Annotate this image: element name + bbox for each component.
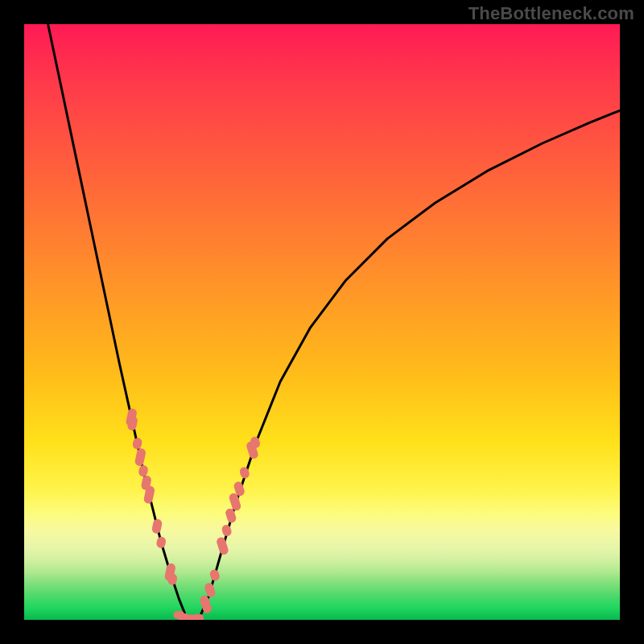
bead-marker xyxy=(134,448,147,467)
outer-frame: TheBottleneck.com xyxy=(0,0,644,644)
plot-area xyxy=(24,24,620,620)
bead-marker xyxy=(151,518,163,535)
bead-marker xyxy=(221,524,233,538)
marker-layer xyxy=(126,407,262,620)
bead-marker xyxy=(199,595,213,614)
chart-svg xyxy=(24,24,620,620)
bead-marker xyxy=(155,536,167,549)
bead-marker xyxy=(216,536,229,555)
bead-marker xyxy=(138,464,149,477)
bead-marker xyxy=(192,614,204,620)
bottleneck-curve xyxy=(48,24,620,620)
curve-layer xyxy=(48,24,620,620)
watermark-text: TheBottleneck.com xyxy=(469,3,634,24)
bead-marker xyxy=(208,568,221,582)
bead-marker xyxy=(132,437,143,450)
